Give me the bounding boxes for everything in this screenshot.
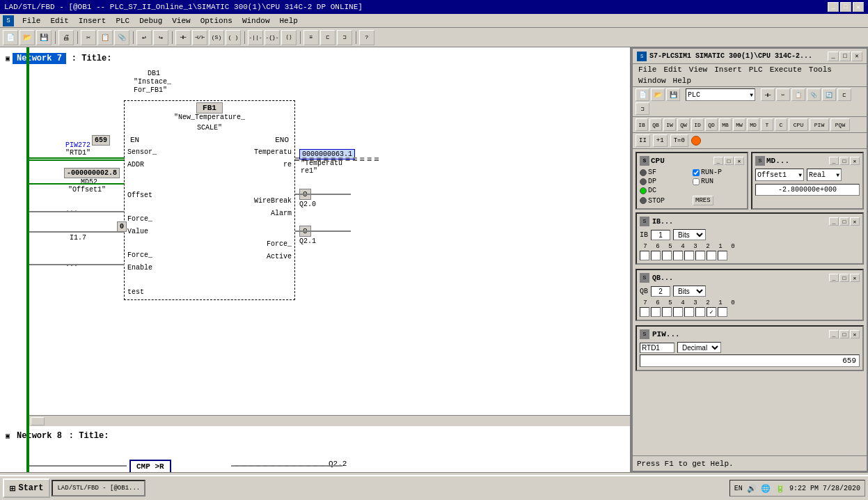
menu-insert[interactable]: Insert [74, 16, 111, 26]
plcsim-tb-io1[interactable]: IB [636, 118, 648, 131]
plcsim-tb-io5[interactable]: ID [691, 118, 704, 131]
ib-bit1[interactable] [707, 251, 716, 260]
start-button[interactable]: ⊞ Start [3, 478, 50, 498]
menu-debug[interactable]: Debug [135, 16, 166, 26]
plcsim-tb-btn3[interactable]: 📋 [791, 88, 805, 101]
minimize-btn[interactable]: _ [828, 2, 839, 12]
qb-widget-max[interactable]: □ [839, 274, 849, 282]
plcsim-t0-btn[interactable]: T=0 [670, 134, 688, 147]
menu-window[interactable]: Window [238, 16, 274, 26]
qb-bit1[interactable] [707, 307, 716, 317]
tb-b7[interactable]: ⟨⟩ [281, 30, 297, 45]
collapse-icon-8[interactable]: ▣ [6, 432, 10, 440]
plcsim-tb-io4[interactable]: QW [677, 118, 690, 131]
plcsim-tb-open[interactable]: 📂 [651, 88, 665, 101]
maximize-btn[interactable]: □ [840, 2, 851, 12]
plcsim-menu-help[interactable]: Help [670, 76, 694, 86]
qb-bit6[interactable] [651, 307, 661, 317]
md-widget-close[interactable]: ✕ [850, 157, 860, 165]
tb-save[interactable]: 💾 [36, 30, 52, 45]
plcsim-close-btn[interactable]: ✕ [851, 52, 862, 61]
plcsim-step-btn[interactable]: +1 [653, 134, 668, 147]
plcsim-tb-io2[interactable]: QB [649, 118, 662, 131]
qb-widget-close[interactable]: ✕ [850, 274, 860, 282]
mres-btn[interactable]: MRES [693, 196, 713, 205]
plcsim-tb-io12[interactable]: CPU [789, 118, 808, 131]
tb-cut[interactable]: ✂ [81, 30, 96, 45]
ib-type-select[interactable]: BitsByteHex [673, 229, 706, 240]
ib-bit2[interactable] [695, 251, 705, 260]
md-addr-dropdown[interactable]: Offset1 ▼ [755, 169, 804, 181]
menu-help[interactable]: Help [275, 16, 301, 26]
tb-b5[interactable]: -||- [248, 30, 263, 45]
plcsim-minimize-btn[interactable]: _ [828, 52, 839, 61]
plcsim-tb-save[interactable]: 💾 [666, 88, 680, 101]
qb-bit3[interactable] [684, 307, 694, 317]
plcsim-tb-io9[interactable]: MD [747, 118, 759, 131]
tb-b1[interactable]: ⊣⊢ [175, 30, 191, 45]
md-widget-max[interactable]: □ [839, 157, 849, 165]
qb-bit5[interactable] [662, 307, 672, 317]
ib-address-input[interactable] [651, 230, 670, 240]
cpu-widget-max[interactable]: □ [724, 157, 734, 165]
ib-widget-close[interactable]: ✕ [850, 217, 860, 226]
piw-channel-input[interactable] [640, 343, 674, 353]
close-btn[interactable]: ✕ [853, 2, 864, 12]
plcsim-pause-btn[interactable]: II [636, 134, 650, 147]
plcsim-tb-io10[interactable]: T [761, 118, 773, 131]
piw-format-select[interactable]: DecimalHex [677, 342, 721, 353]
tb-b2[interactable]: ⊣/⊢ [192, 30, 207, 45]
plcsim-tb-btn6[interactable]: ⊏ [837, 88, 851, 101]
tb-new[interactable]: 📄 [3, 30, 18, 45]
plcsim-menu-window[interactable]: Window [636, 76, 669, 86]
ib-bit6[interactable] [651, 251, 661, 260]
run-p-checkbox[interactable] [693, 169, 700, 176]
qb-widget-min[interactable]: _ [829, 274, 839, 282]
cpu-widget-min[interactable]: _ [713, 157, 723, 165]
plcsim-tb-io13[interactable]: PIW [810, 118, 829, 131]
plcsim-menu-edit[interactable]: Edit [661, 65, 684, 75]
qb-bit0[interactable] [718, 307, 727, 317]
tb-b10[interactable]: ⊐ [337, 30, 352, 45]
ib-widget-min[interactable]: _ [829, 217, 839, 226]
qb-bit4[interactable] [673, 307, 683, 317]
taskbar-item-ladder[interactable]: LAD/STL/FBD - [@OB1... [52, 480, 145, 497]
plcsim-tb-new[interactable]: 📄 [636, 88, 649, 101]
plcsim-menu-view[interactable]: View [686, 65, 710, 75]
ib-bit4[interactable] [673, 251, 683, 260]
qb-bit2[interactable] [695, 307, 705, 317]
plcsim-tb-btn7[interactable]: ⊐ [636, 102, 649, 115]
plcsim-tb-io6[interactable]: QD [705, 118, 718, 131]
tb-undo[interactable]: ↩ [136, 30, 152, 45]
plcsim-tb-io8[interactable]: MW [733, 118, 745, 131]
tb-b3[interactable]: (S) [209, 30, 224, 45]
tb-open[interactable]: 📂 [19, 30, 35, 45]
md-type-dropdown[interactable]: Real ▼ [807, 169, 842, 181]
qb-type-select[interactable]: BitsByteHex [673, 286, 706, 297]
piw-widget-max[interactable]: □ [839, 330, 849, 338]
tb-b9[interactable]: ⊏ [320, 30, 336, 45]
plcsim-tb-io7[interactable]: MB [719, 118, 732, 131]
qb-bit7[interactable] [640, 307, 649, 317]
md-widget-min[interactable]: _ [829, 157, 839, 165]
tb-redo[interactable]: ↪ [153, 30, 168, 45]
tb-b11[interactable]: ? [359, 30, 374, 45]
ib-widget-max[interactable]: □ [839, 217, 849, 226]
tb-paste[interactable]: 📎 [114, 30, 129, 45]
run-checkbox[interactable] [693, 178, 700, 185]
ib-bit3[interactable] [684, 251, 694, 260]
menu-options[interactable]: Options [196, 16, 237, 26]
plcsim-tb-btn5[interactable]: 🔄 [822, 88, 836, 101]
plcsim-tb-btn4[interactable]: 📎 [807, 88, 821, 101]
plcsim-connection-dropdown[interactable]: PLC ▼ [686, 88, 755, 101]
cpu-widget-close[interactable]: ✕ [734, 157, 744, 165]
plcsim-menu-execute[interactable]: Execute [767, 65, 805, 75]
plcsim-menu-tools[interactable]: Tools [806, 65, 835, 75]
collapse-icon[interactable]: ▣ [6, 54, 10, 63]
h-scrollbar-thumb[interactable] [31, 417, 45, 425]
plcsim-tb-io14[interactable]: PQW [830, 118, 850, 131]
qb-address-input[interactable] [651, 286, 670, 297]
plcsim-tb-btn2[interactable]: ✂ [776, 88, 790, 101]
tb-b8[interactable]: ≡ [303, 30, 319, 45]
tb-print[interactable]: 🖨 [58, 30, 74, 45]
